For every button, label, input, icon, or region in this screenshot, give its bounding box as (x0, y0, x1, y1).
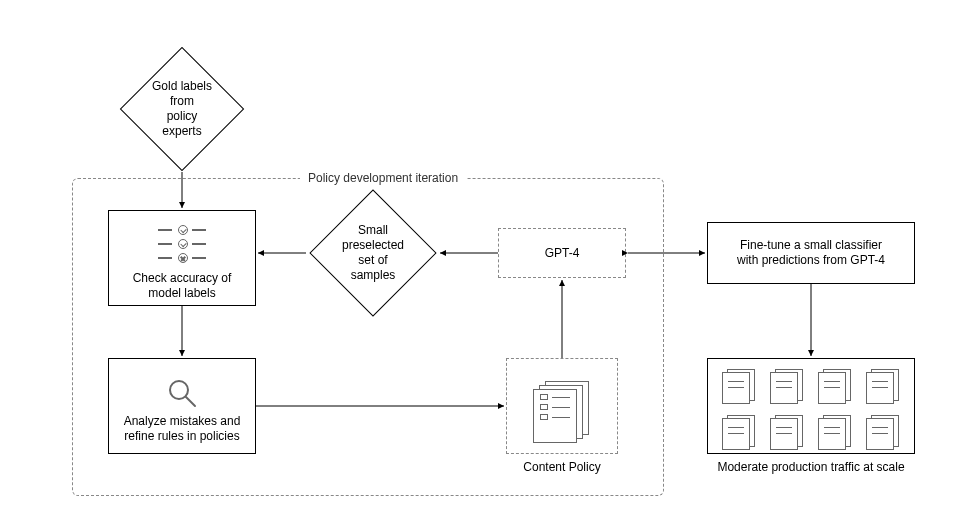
small-set-text: Small preselected set of samples (337, 223, 409, 283)
node-moderate (707, 358, 915, 454)
diagram-stage: Policy development iteration Gold labels… (0, 0, 980, 517)
node-gold-labels: Gold labels from policy experts (120, 47, 244, 171)
iteration-frame-label: Policy development iteration (300, 171, 466, 185)
svg-line-1 (186, 397, 195, 406)
node-gpt4: GPT-4 (498, 228, 626, 278)
gold-labels-text: Gold labels from policy experts (147, 79, 217, 139)
document-stack-icon (533, 381, 591, 439)
node-analyze: Analyze mistakes and refine rules in pol… (108, 358, 256, 454)
content-policy-text: Content Policy (523, 460, 600, 475)
iteration-label-text: Policy development iteration (308, 171, 458, 185)
analyze-text: Analyze mistakes and refine rules in pol… (124, 414, 241, 444)
node-check-accuracy: Check accuracy of model labels (108, 210, 256, 306)
checklist-icon (158, 225, 206, 263)
node-finetune: Fine-tune a small classifier with predic… (707, 222, 915, 284)
node-content-policy (506, 358, 618, 454)
content-policy-caption: Content Policy (506, 460, 618, 475)
documents-grid-icon (722, 369, 900, 451)
moderate-text: Moderate production traffic at scale (717, 460, 904, 475)
magnifier-icon (165, 376, 199, 410)
finetune-text: Fine-tune a small classifier with predic… (737, 238, 885, 268)
gpt4-text: GPT-4 (545, 246, 580, 261)
moderate-caption: Moderate production traffic at scale (707, 460, 915, 475)
check-accuracy-text: Check accuracy of model labels (133, 271, 232, 301)
